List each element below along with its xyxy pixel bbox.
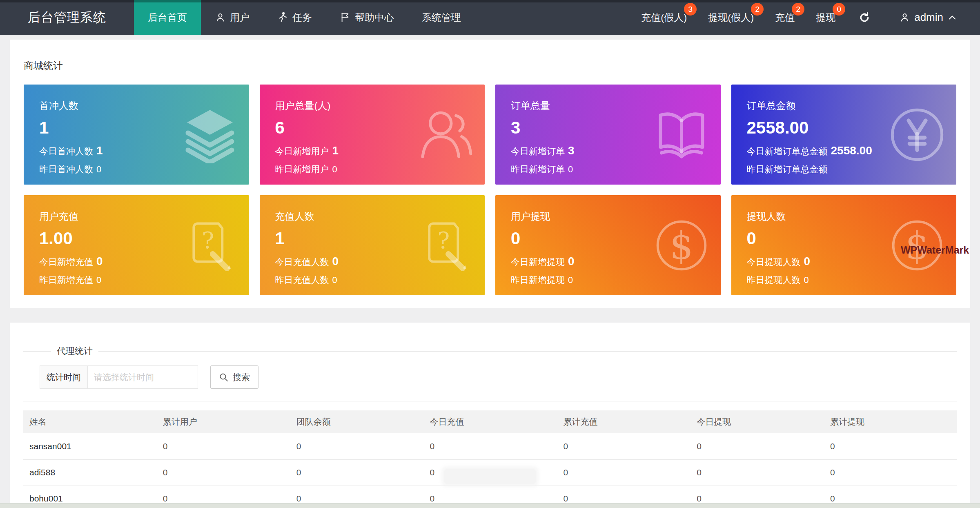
agent-value-cell: 0 <box>290 459 423 486</box>
refresh-icon <box>858 11 871 24</box>
top-nav: 后台管理系统 后台首页 用户 任务 帮助中心 系统管理 充值(假人) 3 提现(… <box>0 0 980 35</box>
filter-label: 统计时间 <box>40 365 88 389</box>
stat-card[interactable]: 充值人数 1 今日充值人数0 昨日充值人数0 ? <box>260 195 485 295</box>
stat-card-today: 今日新增订单3 <box>511 144 705 158</box>
nav-shortcut[interactable]: 充值 2 <box>764 0 805 35</box>
svg-text:?: ? <box>202 227 214 254</box>
nav-tab[interactable]: 系统管理 <box>408 0 475 35</box>
search-button-label: 搜索 <box>233 372 250 383</box>
agent-value-cell: 0 <box>557 433 690 459</box>
stat-card-yesterday: 昨日新增订单总金额 <box>747 163 941 176</box>
refresh-button[interactable] <box>846 0 883 35</box>
agent-legend: 代理统计 <box>51 345 98 357</box>
stat-card-yesterday: 昨日新增充值0 <box>39 274 234 286</box>
agent-value-cell: 0 <box>557 459 690 486</box>
nav-shortcut[interactable]: 提现 0 <box>805 0 846 35</box>
table-column-header: 今日充值 <box>423 410 557 433</box>
count-badge: 2 <box>751 3 764 16</box>
search-icon <box>219 372 229 382</box>
nav-tab[interactable]: 用户 <box>201 0 263 35</box>
stat-card-yesterday: 昨日提现人数0 <box>747 274 941 286</box>
nav-right-items: 充值(假人) 3 提现(假人) 2 充值 2 提现 0 <box>630 0 846 35</box>
stat-card[interactable]: 用户总量(人) 6 今日新增用户1 昨日新增用户0 <box>260 85 485 185</box>
bottom-edge-strip <box>0 503 980 508</box>
agent-fieldset: 代理统计 统计时间 搜索 <box>23 345 957 401</box>
nav-tab[interactable]: 帮助中心 <box>326 0 408 35</box>
user-avatar-icon <box>899 12 910 23</box>
agent-value-cell: 0 <box>290 433 423 459</box>
agent-value-cell: 0 <box>156 433 290 459</box>
stat-card-yesterday: 昨日新增用户0 <box>275 163 470 176</box>
chevron-up-icon <box>947 13 957 22</box>
table-column-header: 今日提现 <box>690 410 824 433</box>
nav-right: 充值(假人) 3 提现(假人) 2 充值 2 提现 0 admin <box>630 0 980 35</box>
table-column-header: 累计用户 <box>156 410 290 433</box>
stat-card-today: 今日提现人数0 <box>747 255 941 268</box>
walker-icon <box>277 12 288 23</box>
app-logo: 后台管理系统 <box>0 0 134 35</box>
stats-panel: 商城统计 首冲人数 1 今日首冲人数1 昨日首冲人数0 用户总量(人) 6 今日… <box>10 40 970 308</box>
nav-tab[interactable]: 后台首页 <box>134 0 201 35</box>
nav-shortcut[interactable]: 充值(假人) 3 <box>630 0 697 35</box>
flag-icon <box>340 12 351 23</box>
agent-value-cell: 0 <box>824 459 957 486</box>
stat-card-today: 今日新增提现0 <box>511 255 705 268</box>
nav-tabs: 后台首页 用户 任务 帮助中心 系统管理 <box>134 0 475 35</box>
count-badge: 2 <box>792 3 804 16</box>
agent-name-cell: sansan001 <box>23 433 156 459</box>
statistics-time-input[interactable] <box>88 365 198 389</box>
agent-value-cell: 0 <box>423 433 557 459</box>
search-button[interactable]: 搜索 <box>210 365 258 389</box>
stat-card[interactable]: 首冲人数 1 今日首冲人数1 昨日首冲人数0 <box>24 85 249 185</box>
count-badge: 3 <box>684 3 697 16</box>
stat-card-yesterday: 昨日首冲人数0 <box>39 163 234 176</box>
stat-card-yesterday: 昨日新增提现0 <box>511 274 705 286</box>
count-badge: 0 <box>833 3 845 16</box>
stat-card[interactable]: 用户提现 0 今日新增提现0 昨日新增提现0 $ <box>495 195 721 295</box>
table-row: sansan001000000 <box>23 433 957 459</box>
stat-card-yesterday: 昨日新增订单0 <box>511 163 705 176</box>
stat-card-yesterday: 昨日充值人数0 <box>275 274 470 286</box>
stat-card[interactable]: 订单总金额 2558.00 今日新增订单总金额2558.00 昨日新增订单总金额 <box>731 85 957 185</box>
stat-card-today: 今日新增用户1 <box>275 144 470 158</box>
stat-cards-grid: 首冲人数 1 今日首冲人数1 昨日首冲人数0 用户总量(人) 6 今日新增用户1… <box>24 85 956 295</box>
svg-text:?: ? <box>437 227 450 254</box>
agent-value-cell: 0 <box>690 459 824 486</box>
redaction-blur <box>444 469 536 484</box>
stat-card[interactable]: 订单总量 3 今日新增订单3 昨日新增订单0 <box>495 85 721 185</box>
watermark-text: WPWaterMark <box>901 244 969 256</box>
agent-filter-row: 统计时间 搜索 <box>40 365 957 389</box>
table-column-header: 累计充值 <box>557 410 690 433</box>
person-icon <box>215 12 226 23</box>
agent-value-cell: 0 <box>824 433 957 459</box>
table-column-header: 姓名 <box>23 410 156 433</box>
table-column-header: 团队余额 <box>290 410 423 433</box>
table-column-header: 累计提现 <box>824 410 957 433</box>
stat-card-today: 今日首冲人数1 <box>39 144 234 158</box>
stat-card-today: 今日新增充值0 <box>39 255 234 268</box>
agent-table: 姓名累计用户团队余额今日充值累计充值今日提现累计提现 sansan0010000… <box>23 410 957 508</box>
agent-value-cell: 0 <box>156 459 290 486</box>
stat-card[interactable]: 用户充值 1.00 今日新增充值0 昨日新增充值0 ? <box>24 195 249 295</box>
user-name: admin <box>914 11 943 24</box>
nav-shortcut[interactable]: 提现(假人) 2 <box>697 0 764 35</box>
stat-card-today: 今日新增订单总金额2558.00 <box>747 144 941 158</box>
agent-table-header-row: 姓名累计用户团队余额今日充值累计充值今日提现累计提现 <box>23 410 957 433</box>
agent-value-cell: 0 <box>690 433 824 459</box>
stats-section-title: 商城统计 <box>24 59 956 72</box>
agent-name-cell: adi588 <box>23 459 156 486</box>
stat-card-today: 今日充值人数0 <box>275 255 470 268</box>
admin-dashboard-page: 后台管理系统 后台首页 用户 任务 帮助中心 系统管理 充值(假人) 3 提现(… <box>0 0 980 508</box>
user-menu[interactable]: admin <box>883 0 968 35</box>
nav-tab[interactable]: 任务 <box>263 0 326 35</box>
